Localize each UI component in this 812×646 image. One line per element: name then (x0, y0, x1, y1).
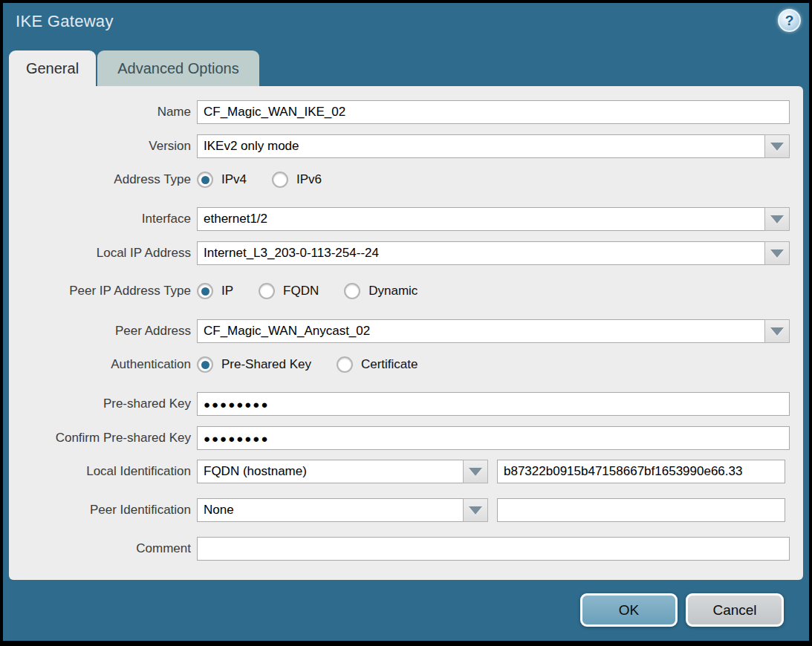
chevron-down-icon (770, 249, 784, 258)
confirm-pre-shared-key-input[interactable]: ●●●●●●●● (197, 426, 790, 450)
authentication-row: Authentication Pre-Shared Key Certificat… (9, 354, 790, 375)
interface-label: Interface (9, 212, 197, 226)
local-ip-address-label: Local IP Address (9, 246, 197, 261)
peer-identification-type-value[interactable]: None (197, 498, 463, 522)
peer-identification-value-input[interactable] (497, 498, 785, 522)
version-dropdown[interactable]: IKEv2 only mode (197, 134, 790, 158)
chevron-down-icon (469, 506, 482, 515)
ipv6-radio-label: IPv6 (296, 172, 322, 187)
address-type-label: Address Type (9, 172, 197, 187)
peer-type-option-dynamic[interactable]: Dynamic (344, 283, 418, 299)
address-type-option-ipv6[interactable]: IPv6 (272, 172, 322, 188)
dialog-title: IKE Gateway (16, 12, 114, 31)
auth-option-pre-shared-key[interactable]: Pre-Shared Key (197, 356, 311, 373)
name-input[interactable]: CF_Magic_WAN_IKE_02 (197, 100, 790, 124)
peer-identification-dropdown-button[interactable] (463, 498, 488, 522)
peer-ip-address-type-row: Peer IP Address Type IP FQDN Dynamic (9, 281, 790, 301)
ipv6-radio[interactable] (272, 172, 288, 188)
comment-input[interactable] (197, 537, 790, 561)
peer-type-option-fqdn[interactable]: FQDN (259, 283, 319, 299)
peer-identification-type-dropdown[interactable]: None (197, 498, 488, 522)
confirm-pre-shared-key-row: Confirm Pre-shared Key ●●●●●●●● (9, 426, 790, 450)
chevron-down-icon (770, 215, 784, 224)
peer-type-option-ip[interactable]: IP (197, 283, 233, 299)
local-identification-dropdown-button[interactable] (463, 460, 488, 483)
interface-dropdown-button[interactable] (764, 207, 790, 231)
peer-dynamic-radio-label: Dynamic (368, 284, 418, 298)
pre-shared-key-radio[interactable] (197, 356, 213, 373)
peer-identification-label: Peer Identification (9, 503, 197, 518)
certificate-radio[interactable] (337, 356, 353, 373)
pre-shared-key-input[interactable]: ●●●●●●●● (197, 392, 790, 416)
peer-fqdn-radio[interactable] (259, 283, 275, 299)
certificate-radio-label: Certificate (361, 357, 418, 372)
local-identification-type-value[interactable]: FQDN (hostname) (197, 460, 463, 483)
chevron-down-icon (770, 327, 784, 336)
local-identification-type-dropdown[interactable]: FQDN (hostname) (197, 460, 488, 483)
address-type-row: Address Type IPv4 IPv6 (9, 169, 790, 190)
local-ip-address-row: Local IP Address Internet_L3_203-0-113-2… (9, 241, 790, 265)
name-label: Name (9, 105, 197, 120)
peer-address-row: Peer Address CF_Magic_WAN_Anycast_02 (9, 319, 790, 343)
local-ip-address-dropdown[interactable]: Internet_L3_203-0-113-254--24 (197, 241, 790, 265)
local-identification-row: Local Identification FQDN (hostname) b87… (9, 460, 790, 483)
peer-fqdn-radio-label: FQDN (283, 284, 319, 298)
local-identification-value-input[interactable]: b87322b0915b47158667bf1653990e66.33 (497, 460, 785, 483)
tab-general[interactable]: General (9, 50, 96, 86)
address-type-option-ipv4[interactable]: IPv4 (197, 172, 247, 188)
general-tab-panel: Name CF_Magic_WAN_IKE_02 Version IKEv2 o… (9, 86, 803, 580)
pre-shared-key-row: Pre-shared Key ●●●●●●●● (9, 392, 790, 416)
peer-ip-address-type-label: Peer IP Address Type (9, 284, 197, 298)
comment-label: Comment (9, 541, 197, 556)
peer-address-label: Peer Address (9, 324, 197, 339)
peer-address-dropdown-button[interactable] (764, 319, 790, 343)
tab-general-label: General (26, 60, 79, 77)
version-label: Version (9, 139, 197, 154)
peer-dynamic-radio[interactable] (344, 283, 360, 299)
ike-gateway-dialog: IKE Gateway ? General Advanced Options N… (0, 0, 812, 646)
local-ip-address-value[interactable]: Internet_L3_203-0-113-254--24 (197, 241, 764, 265)
interface-value[interactable]: ethernet1/2 (197, 207, 764, 231)
interface-dropdown[interactable]: ethernet1/2 (197, 207, 790, 231)
peer-address-value[interactable]: CF_Magic_WAN_Anycast_02 (197, 319, 764, 343)
cancel-button[interactable]: Cancel (686, 593, 784, 627)
ok-button-label: OK (619, 602, 639, 619)
peer-address-dropdown[interactable]: CF_Magic_WAN_Anycast_02 (197, 319, 790, 343)
version-row: Version IKEv2 only mode (9, 134, 790, 158)
auth-option-certificate[interactable]: Certificate (337, 356, 418, 373)
help-icon[interactable]: ? (778, 9, 801, 32)
version-dropdown-button[interactable] (764, 134, 790, 158)
interface-row: Interface ethernet1/2 (9, 207, 790, 231)
pre-shared-key-radio-label: Pre-Shared Key (221, 357, 311, 372)
peer-ip-radio-label: IP (221, 284, 233, 298)
chevron-down-icon (770, 143, 784, 151)
chevron-down-icon (469, 468, 482, 476)
pre-shared-key-label: Pre-shared Key (9, 397, 197, 411)
ok-button[interactable]: OK (580, 593, 678, 627)
name-row: Name CF_Magic_WAN_IKE_02 (9, 100, 790, 124)
cancel-button-label: Cancel (712, 602, 756, 619)
confirm-pre-shared-key-label: Confirm Pre-shared Key (9, 431, 197, 446)
authentication-label: Authentication (9, 357, 197, 372)
ipv4-radio-label: IPv4 (221, 172, 247, 187)
peer-ip-radio[interactable] (197, 283, 213, 299)
version-value[interactable]: IKEv2 only mode (197, 134, 764, 158)
tab-advanced-options-label: Advanced Options (117, 60, 238, 77)
local-ip-address-dropdown-button[interactable] (764, 241, 790, 265)
ipv4-radio[interactable] (197, 172, 213, 188)
local-identification-label: Local Identification (9, 464, 197, 479)
peer-identification-row: Peer Identification None (9, 498, 790, 522)
tab-advanced-options[interactable]: Advanced Options (97, 50, 259, 86)
comment-row: Comment (9, 537, 790, 561)
